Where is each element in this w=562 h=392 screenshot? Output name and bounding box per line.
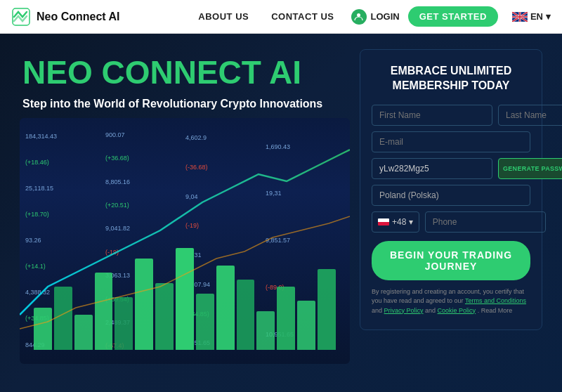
password-input[interactable] [372, 158, 492, 179]
hero-section: NEO CONNECT AI Step into the World of Re… [0, 34, 562, 392]
lang-label: EN [530, 11, 543, 22]
signup-form: EMBRACE UNLIMITED MEMBERSHIP TODAY GENER… [360, 49, 542, 330]
begin-trading-button[interactable]: BEGIN YOUR TRADING JOURNEY [372, 241, 530, 280]
form-disclaimer: By registering and creating an account, … [372, 287, 530, 316]
nav-links: ABOUT US CONTACT US [198, 11, 334, 22]
form-title: EMBRACE UNLIMITED MEMBERSHIP TODAY [372, 64, 530, 93]
login-icon [351, 9, 367, 25]
nav-actions: LOGIN GET STARTED EN ▾ [351, 6, 551, 27]
login-label: LOGIN [371, 11, 400, 22]
svg-point-2 [357, 13, 360, 17]
terms-link[interactable]: Terms and Conditions [465, 297, 526, 304]
password-row: GENERATE PASSWORDS [372, 158, 530, 179]
nav-about[interactable]: ABOUT US [198, 11, 249, 22]
phone-prefix[interactable]: +48 ▾ [372, 211, 419, 233]
logo-text: Neo Connect AI [37, 11, 120, 23]
country-input[interactable] [372, 185, 530, 206]
flag-icon [512, 12, 528, 22]
last-name-input[interactable] [498, 105, 562, 126]
lang-chevron: ▾ [546, 11, 551, 22]
generate-password-button[interactable]: GENERATE PASSWORDS [498, 158, 562, 179]
name-row [372, 105, 530, 126]
navbar: Neo Connect AI ABOUT US CONTACT US LOGIN… [0, 0, 562, 34]
first-name-input[interactable] [372, 105, 492, 126]
email-input[interactable] [372, 131, 530, 152]
cookie-link[interactable]: Cookie Policy [438, 307, 476, 314]
phone-row: +48 ▾ [372, 211, 530, 233]
privacy-link[interactable]: Privacy Policy [384, 307, 424, 314]
phone-prefix-label: +48 ▾ [392, 217, 413, 227]
chart-bars [20, 237, 350, 350]
hero-chart-image: 184,314.43(+18.46) 25,118.15(+18.70) 93.… [20, 118, 350, 364]
phone-input[interactable] [425, 211, 546, 233]
get-started-button[interactable]: GET STARTED [408, 6, 498, 27]
login-button[interactable]: LOGIN [351, 9, 400, 25]
poland-flag [378, 218, 389, 226]
nav-contact[interactable]: CONTACT US [271, 11, 334, 22]
language-selector[interactable]: EN ▾ [512, 11, 551, 22]
logo[interactable]: Neo Connect AI [11, 7, 120, 27]
logo-icon [11, 7, 31, 27]
